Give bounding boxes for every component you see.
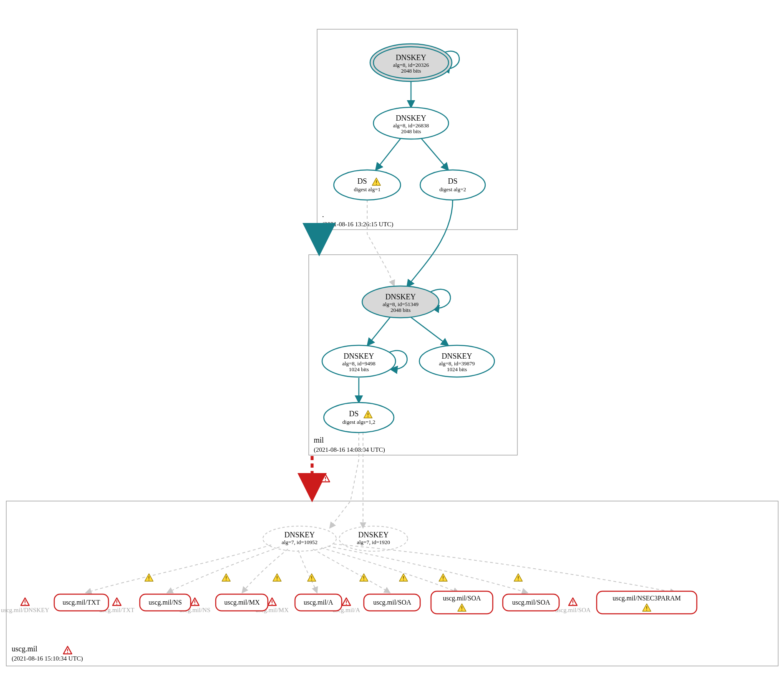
- node-sub: alg=8, id=39879: [439, 360, 475, 367]
- rr-box-txt: uscg.mil/TXT: [54, 594, 108, 611]
- node-dnskey-root-zsk: DNSKEY alg=8, id=26838 2048 bits: [373, 107, 449, 139]
- zone-label-uscg: uscg.mil: [12, 645, 38, 653]
- error-icon: [569, 598, 577, 605]
- error-icon: [113, 598, 121, 605]
- edge: [411, 317, 449, 346]
- node-dnskey-root-ksk: DNSKEY alg=8, id=20326 2048 bits: [370, 44, 452, 81]
- rr-box-a: uscg.mil/A: [295, 594, 342, 611]
- node-dnskey-uscg-1: DNSKEY alg=7, id=10952: [263, 526, 336, 551]
- error-icon: [268, 598, 276, 605]
- warning-icon: [145, 574, 153, 581]
- node-dnskey-uscg-2: DNSKEY alg=7, id=1920: [339, 526, 408, 551]
- warning-icon: [399, 574, 408, 581]
- edge-dashed: [328, 546, 528, 593]
- node-ds-root-1: DS digest alg=1: [334, 170, 401, 200]
- node-sub: alg=7, id=1920: [357, 539, 390, 545]
- rr-text: uscg.mil/SOA: [512, 599, 550, 606]
- edge-dashed: [313, 549, 390, 593]
- rr-box-nsec3param: uscg.mil/NSEC3PARAM: [597, 591, 697, 614]
- warning-icon: [439, 574, 447, 581]
- warning-icon: [273, 574, 281, 581]
- edge: [407, 200, 453, 287]
- node-sub: alg=8, id=20326: [393, 62, 429, 68]
- node-title: DNSKEY: [396, 114, 426, 122]
- rr-label: uscg.mil/DNSKEY: [1, 607, 49, 613]
- svg-point-7: [334, 170, 401, 200]
- node-title: DNSKEY: [441, 352, 472, 360]
- rr-box-mx: uscg.mil/MX: [216, 594, 268, 611]
- node-sub: 2048 bits: [391, 307, 411, 313]
- node-title: DS: [448, 177, 457, 185]
- edge: [367, 317, 390, 346]
- zone-timestamp-root: (2021-08-16 13:26:15 UTC): [322, 221, 393, 228]
- node-sub: digest algs=1,2: [343, 419, 376, 425]
- edge-dashed: [321, 548, 459, 593]
- rr-box-soa3: uscg.mil/SOA: [503, 594, 559, 611]
- node-title: DNSKEY: [396, 53, 426, 62]
- error-icon: [321, 474, 330, 482]
- rr-box-soa1: uscg.mil/SOA: [364, 594, 420, 611]
- error-icon: [63, 646, 72, 654]
- zone-timestamp-uscg: (2021-08-16 15:10:34 UTC): [12, 655, 83, 662]
- error-icon: [21, 598, 29, 605]
- edge-dashed: [367, 200, 394, 286]
- edge: [421, 139, 449, 170]
- node-title: DNSKEY: [358, 531, 388, 539]
- zone-timestamp-mil: (2021-08-16 14:08:04 UTC): [314, 446, 385, 453]
- node-dnskey-mil-zsk2: DNSKEY alg=8, id=39879 1024 bits: [419, 345, 494, 377]
- rr-text: uscg.mil/SOA: [373, 599, 411, 606]
- node-title: DNSKEY: [343, 352, 374, 360]
- node-sub: 1024 bits: [349, 366, 369, 372]
- warning-icon: [514, 574, 522, 581]
- rr-box-soa2: uscg.mil/SOA: [431, 591, 493, 614]
- zone-box-uscg: [6, 501, 778, 666]
- rr-text: uscg.mil/MX: [224, 599, 260, 606]
- edge-dashed: [167, 547, 280, 593]
- node-title: DS: [349, 410, 358, 418]
- error-icon: [191, 598, 199, 605]
- node-sub: digest alg=2: [439, 186, 466, 192]
- node-sub: 1024 bits: [447, 366, 467, 372]
- warning-icon: [222, 574, 230, 581]
- svg-point-12: [324, 403, 394, 433]
- edge-dashed: [86, 545, 271, 593]
- warning-icon: [360, 574, 368, 581]
- node-sub: alg=8, id=26838: [393, 122, 429, 129]
- rr-text: uscg.mil/SOA: [443, 595, 481, 602]
- node-title: DNSKEY: [284, 531, 315, 539]
- node-ds-mil: DS digest algs=1,2: [324, 403, 394, 433]
- node-sub: alg=8, id=9498: [342, 360, 376, 367]
- rr-text: uscg.mil/NSEC3PARAM: [613, 595, 681, 602]
- node-sub: digest alg=1: [354, 186, 381, 192]
- node-ds-root-2: DS digest alg=2: [420, 170, 485, 200]
- edge-dashed: [298, 550, 317, 593]
- edge: [376, 139, 401, 170]
- rr-text: uscg.mil/A: [304, 599, 333, 606]
- node-dnskey-mil-ksk: DNSKEY alg=8, id=51349 2048 bits: [362, 286, 439, 318]
- rr-text: uscg.mil/TXT: [63, 599, 100, 606]
- node-dnskey-mil-zsk1: DNSKEY alg=8, id=9498 1024 bits: [322, 345, 396, 377]
- node-title: DNSKEY: [385, 293, 416, 301]
- node-sub: alg=7, id=10952: [282, 539, 318, 545]
- rr-text: uscg.mil/NS: [149, 599, 182, 606]
- node-sub: 2048 bits: [401, 68, 421, 74]
- node-sub: 2048 bits: [401, 128, 421, 134]
- error-icon: [342, 598, 350, 605]
- edge-dashed: [242, 549, 288, 593]
- zone-label-root: .: [322, 210, 324, 219]
- rr-box-ns: uscg.mil/NS: [140, 594, 191, 611]
- node-title: DS: [357, 177, 367, 185]
- rr-label: uscg.mil/SOA: [555, 607, 591, 613]
- node-sub: alg=8, id=51349: [383, 301, 418, 307]
- warning-icon: [308, 574, 316, 581]
- zone-label-mil: mil: [314, 436, 324, 444]
- edge-dashed: [334, 544, 676, 593]
